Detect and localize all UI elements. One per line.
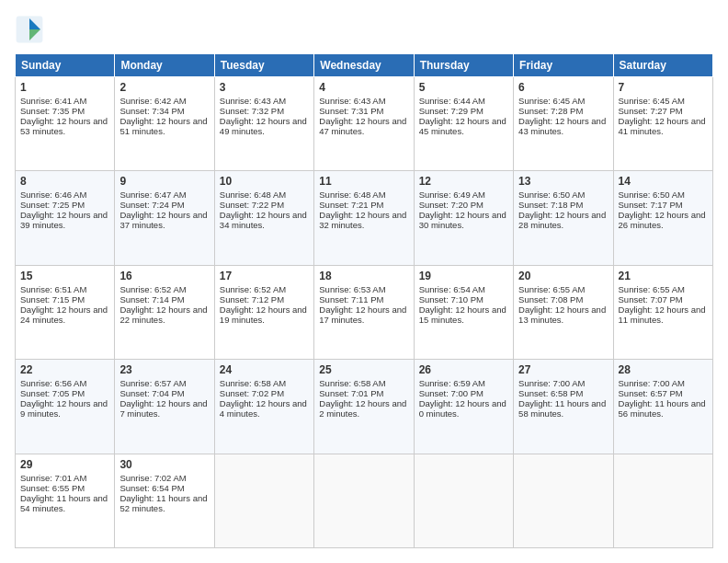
sunset-text: Sunset: 6:55 PM: [20, 483, 109, 493]
daylight-text: Daylight: 12 hours and 32 minutes.: [319, 210, 408, 230]
day-header-sunday: Sunday: [16, 54, 115, 77]
daylight-text: Daylight: 12 hours and 7 minutes.: [119, 398, 209, 419]
sunset-text: Sunset: 7:17 PM: [619, 200, 708, 210]
sunset-text: Sunset: 7:15 PM: [20, 294, 109, 304]
daylight-text: Daylight: 11 hours and 54 minutes.: [20, 493, 109, 513]
day-number: 7: [619, 81, 708, 94]
daylight-text: Daylight: 12 hours and 45 minutes.: [419, 116, 508, 136]
sunrise-text: Sunrise: 6:50 AM: [619, 190, 708, 200]
sunset-text: Sunset: 6:57 PM: [619, 388, 708, 398]
daylight-text: Daylight: 12 hours and 39 minutes.: [20, 210, 109, 230]
sunrise-text: Sunrise: 6:55 AM: [619, 284, 708, 294]
day-number: 25: [319, 363, 408, 376]
daylight-text: Daylight: 11 hours and 56 minutes.: [619, 398, 708, 419]
daylight-text: Daylight: 12 hours and 15 minutes.: [419, 304, 508, 325]
day-number: 29: [20, 458, 109, 471]
daylight-text: Daylight: 11 hours and 58 minutes.: [518, 398, 608, 419]
day-cell: 23Sunrise: 6:57 AMSunset: 7:04 PMDayligh…: [115, 360, 214, 454]
daylight-text: Daylight: 12 hours and 9 minutes.: [20, 398, 109, 419]
day-number: 28: [619, 363, 708, 376]
sunrise-text: Sunrise: 7:01 AM: [20, 473, 109, 483]
sunset-text: Sunset: 7:21 PM: [319, 200, 408, 210]
sunrise-text: Sunrise: 6:45 AM: [619, 96, 708, 106]
day-number: 11: [319, 175, 408, 188]
daylight-text: Daylight: 12 hours and 47 minutes.: [319, 116, 408, 136]
day-number: 13: [518, 175, 608, 188]
day-cell: 4Sunrise: 6:43 AMSunset: 7:31 PMDaylight…: [314, 77, 414, 171]
day-cell: 24Sunrise: 6:58 AMSunset: 7:02 PMDayligh…: [214, 360, 313, 454]
day-cell: 17Sunrise: 6:52 AMSunset: 7:12 PMDayligh…: [214, 265, 313, 359]
day-number: 9: [119, 175, 209, 188]
sunrise-text: Sunrise: 7:02 AM: [119, 473, 209, 483]
daylight-text: Daylight: 12 hours and 28 minutes.: [518, 210, 608, 230]
day-cell: 29Sunrise: 7:01 AMSunset: 6:55 PMDayligh…: [16, 454, 115, 547]
day-cell: 7Sunrise: 6:45 AMSunset: 7:27 PMDaylight…: [613, 77, 712, 171]
day-number: 30: [119, 458, 209, 471]
day-number: 21: [619, 270, 708, 282]
day-number: 6: [518, 81, 608, 94]
sunset-text: Sunset: 7:32 PM: [220, 106, 309, 116]
sunset-text: Sunset: 7:31 PM: [319, 106, 408, 116]
sunset-text: Sunset: 6:54 PM: [119, 483, 209, 493]
sunrise-text: Sunrise: 6:51 AM: [20, 284, 109, 294]
day-cell: 12Sunrise: 6:49 AMSunset: 7:20 PMDayligh…: [414, 171, 513, 265]
calendar-table: SundayMondayTuesdayWednesdayThursdayFrid…: [15, 53, 713, 548]
sunrise-text: Sunrise: 6:44 AM: [419, 96, 508, 106]
day-number: 27: [518, 363, 608, 376]
sunrise-text: Sunrise: 6:41 AM: [20, 96, 109, 106]
days-header-row: SundayMondayTuesdayWednesdayThursdayFrid…: [16, 54, 713, 77]
sunrise-text: Sunrise: 6:46 AM: [20, 190, 109, 200]
sunrise-text: Sunrise: 6:58 AM: [220, 378, 309, 388]
day-header-thursday: Thursday: [414, 54, 513, 77]
sunrise-text: Sunrise: 7:00 AM: [619, 378, 708, 388]
day-cell: 8Sunrise: 6:46 AMSunset: 7:25 PMDaylight…: [16, 171, 115, 265]
daylight-text: Daylight: 11 hours and 52 minutes.: [119, 493, 209, 513]
daylight-text: Daylight: 12 hours and 24 minutes.: [20, 304, 109, 325]
sunrise-text: Sunrise: 6:53 AM: [319, 284, 408, 294]
logo-icon: [15, 15, 44, 44]
daylight-text: Daylight: 12 hours and 17 minutes.: [319, 304, 408, 325]
sunrise-text: Sunrise: 6:50 AM: [518, 190, 608, 200]
daylight-text: Daylight: 12 hours and 22 minutes.: [119, 304, 209, 325]
sunset-text: Sunset: 7:08 PM: [518, 294, 608, 304]
daylight-text: Daylight: 12 hours and 37 minutes.: [119, 210, 209, 230]
week-row-2: 8Sunrise: 6:46 AMSunset: 7:25 PMDaylight…: [16, 171, 713, 265]
sunrise-text: Sunrise: 6:56 AM: [20, 378, 109, 388]
day-cell: 11Sunrise: 6:48 AMSunset: 7:21 PMDayligh…: [314, 171, 414, 265]
day-number: 4: [319, 81, 408, 94]
sunset-text: Sunset: 7:27 PM: [619, 106, 708, 116]
day-number: 18: [319, 270, 408, 282]
sunrise-text: Sunrise: 6:57 AM: [119, 378, 209, 388]
daylight-text: Daylight: 12 hours and 49 minutes.: [220, 116, 309, 136]
sunrise-text: Sunrise: 6:52 AM: [220, 284, 309, 294]
daylight-text: Daylight: 12 hours and 30 minutes.: [419, 210, 508, 230]
sunset-text: Sunset: 7:20 PM: [419, 200, 508, 210]
sunrise-text: Sunrise: 6:54 AM: [419, 284, 508, 294]
day-cell: 22Sunrise: 6:56 AMSunset: 7:05 PMDayligh…: [16, 360, 115, 454]
sunset-text: Sunset: 7:18 PM: [518, 200, 608, 210]
day-number: 10: [220, 175, 309, 188]
day-cell: 27Sunrise: 7:00 AMSunset: 6:58 PMDayligh…: [514, 360, 613, 454]
day-cell: 26Sunrise: 6:59 AMSunset: 7:00 PMDayligh…: [414, 360, 513, 454]
daylight-text: Daylight: 12 hours and 13 minutes.: [518, 304, 608, 325]
sunset-text: Sunset: 7:25 PM: [20, 200, 109, 210]
sunset-text: Sunset: 7:34 PM: [119, 106, 209, 116]
daylight-text: Daylight: 12 hours and 53 minutes.: [20, 116, 109, 136]
sunset-text: Sunset: 7:01 PM: [319, 388, 408, 398]
sunset-text: Sunset: 7:11 PM: [319, 294, 408, 304]
sunrise-text: Sunrise: 6:49 AM: [419, 190, 508, 200]
day-header-saturday: Saturday: [613, 54, 712, 77]
day-cell: 3Sunrise: 6:43 AMSunset: 7:32 PMDaylight…: [214, 77, 313, 171]
sunrise-text: Sunrise: 7:00 AM: [518, 378, 608, 388]
day-number: 1: [20, 81, 109, 94]
day-cell: [414, 454, 513, 547]
sunset-text: Sunset: 7:24 PM: [119, 200, 209, 210]
sunset-text: Sunset: 7:10 PM: [419, 294, 508, 304]
sunrise-text: Sunrise: 6:52 AM: [119, 284, 209, 294]
day-cell: 14Sunrise: 6:50 AMSunset: 7:17 PMDayligh…: [613, 171, 712, 265]
day-cell: 28Sunrise: 7:00 AMSunset: 6:57 PMDayligh…: [613, 360, 712, 454]
week-row-5: 29Sunrise: 7:01 AMSunset: 6:55 PMDayligh…: [16, 454, 713, 547]
day-number: 23: [119, 363, 209, 376]
day-number: 3: [220, 81, 309, 94]
day-cell: 25Sunrise: 6:58 AMSunset: 7:01 PMDayligh…: [314, 360, 414, 454]
